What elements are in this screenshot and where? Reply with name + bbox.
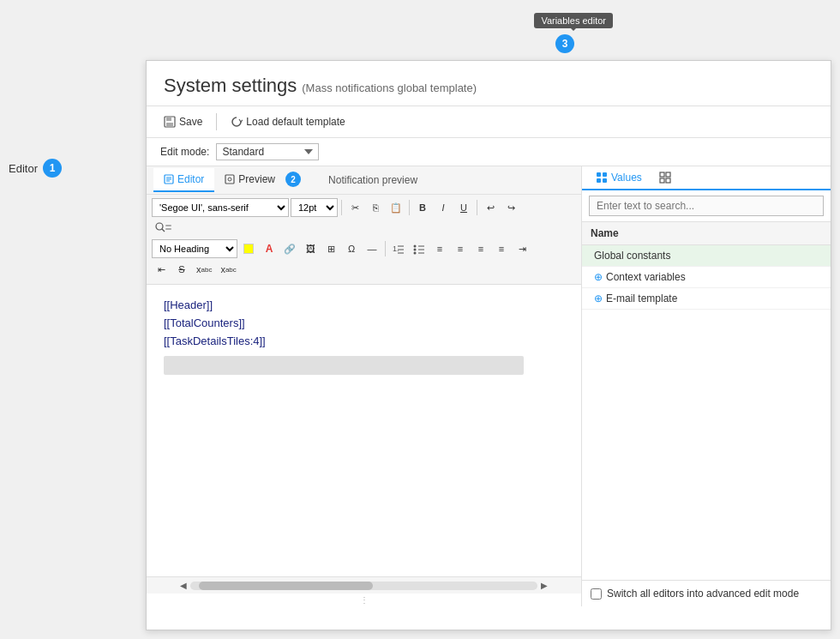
ol-icon: 1.	[393, 243, 405, 255]
underline-button[interactable]: U	[454, 198, 473, 217]
edit-mode-row: Edit mode: Standard Advanced	[147, 138, 831, 166]
tree-item-email-template[interactable]: ⊕ E-mail template	[582, 288, 831, 310]
badge-2: 2	[285, 172, 301, 187]
highlight-color-button[interactable]	[239, 239, 258, 258]
page-header: System settings (Mass notifications glob…	[147, 61, 831, 106]
editor-label-area: Editor 1	[9, 159, 62, 178]
rte-toolbar: 'Segoe UI', sans-serif 12pt ✂ ⎘ 📋 B	[147, 195, 581, 285]
tree-item-context-variables[interactable]: ⊕ Context variables	[582, 267, 831, 288]
tab-preview[interactable]: Preview 2	[214, 166, 311, 194]
svg-rect-2	[166, 117, 171, 121]
notification-preview-label: Notification preview	[328, 174, 417, 186]
align-right-button[interactable]: ≡	[471, 239, 490, 258]
align-center-button[interactable]: ≡	[451, 239, 470, 258]
rte-divider-4	[385, 241, 386, 256]
editor-content[interactable]: [[Header]] [[TotalCounters]] [[TaskDetai…	[147, 285, 581, 576]
save-icon	[164, 116, 176, 128]
resize-handle[interactable]: ⋮	[147, 594, 581, 606]
superscript-button[interactable]: xabc	[193, 260, 215, 279]
align-left-button[interactable]: ≡	[430, 239, 449, 258]
grid-icon	[659, 172, 671, 184]
editor-tab-icon	[164, 174, 174, 184]
rte-divider-1	[341, 200, 342, 215]
svg-point-9	[228, 178, 231, 181]
svg-rect-28	[660, 172, 664, 177]
strikethrough-button[interactable]: S	[172, 260, 191, 279]
rte-divider-2	[409, 200, 410, 215]
table-button[interactable]: ⊞	[321, 239, 340, 258]
advanced-edit-checkbox[interactable]	[591, 588, 602, 600]
rte-row-3: No Heading Heading 1 Heading 2 Heading 3…	[152, 239, 576, 258]
svg-line-11	[162, 229, 165, 232]
italic-button[interactable]: I	[434, 198, 453, 217]
scroll-right-arrow[interactable]: ▶	[537, 581, 551, 590]
vars-tree-header: Name	[582, 222, 831, 245]
template-line-2: [[TotalCounters]]	[164, 316, 564, 329]
load-icon	[231, 116, 243, 128]
page-subtitle: (Mass notifications global template)	[302, 81, 477, 94]
load-default-button[interactable]: Load default template	[227, 114, 348, 130]
horizontal-scrollbar[interactable]	[190, 582, 538, 590]
tab-editor[interactable]: Editor	[153, 168, 214, 192]
main-container: System settings (Mass notifications glob…	[146, 60, 831, 630]
align-justify-button[interactable]: ≡	[492, 239, 511, 258]
undo-button[interactable]: ↩	[481, 198, 500, 217]
ul-icon	[413, 243, 425, 255]
editor-panel: Editor Preview 2 Notification preview	[147, 166, 582, 606]
svg-rect-25	[603, 172, 607, 177]
svg-rect-3	[166, 123, 173, 126]
paste-button[interactable]: 📋	[387, 198, 405, 217]
hrule-button[interactable]: —	[363, 239, 381, 258]
ordered-list-button[interactable]: 1.	[389, 239, 408, 258]
edit-mode-label: Edit mode:	[160, 146, 209, 158]
variables-editor-tooltip: Variables editor	[534, 13, 613, 28]
edit-mode-select[interactable]: Standard Advanced	[216, 143, 319, 160]
font-color-button[interactable]: A	[260, 239, 279, 258]
rte-row-4: ⇤ S xabc xabc	[152, 260, 576, 279]
link-button[interactable]: 🔗	[280, 239, 299, 258]
rte-row-1: 'Segoe UI', sans-serif 12pt ✂ ⎘ 📋 B	[152, 198, 576, 217]
svg-rect-30	[660, 178, 664, 183]
vars-search-area	[582, 190, 831, 222]
bold-button[interactable]: B	[413, 198, 432, 217]
indent-button[interactable]: ⇥	[513, 239, 531, 258]
gray-placeholder-block	[164, 356, 524, 375]
editor-tabs-row: Editor Preview 2 Notification preview	[147, 166, 581, 195]
vars-tree: Global constants ⊕ Context variables ⊕ E…	[582, 245, 831, 580]
values-tab-label: Values	[611, 172, 642, 184]
vars-tabs: Values	[582, 166, 831, 190]
values-icon	[596, 172, 608, 184]
scroll-left-arrow[interactable]: ◀	[177, 581, 190, 590]
editor-text-label: Editor	[9, 162, 38, 175]
svg-point-10	[156, 223, 163, 230]
vars-tab-grid[interactable]	[651, 166, 680, 190]
global-constants-label: Global constants	[594, 250, 670, 262]
subscript-button[interactable]: xabc	[217, 260, 239, 279]
editor-scrollbar-area: ◀ ▶	[147, 576, 581, 594]
svg-point-18	[414, 245, 417, 248]
heading-select[interactable]: No Heading Heading 1 Heading 2 Heading 3	[152, 239, 237, 258]
find-replace-button[interactable]	[152, 219, 176, 238]
redo-button[interactable]: ↪	[501, 198, 520, 217]
image-button[interactable]: 🖼	[301, 239, 320, 258]
tree-item-global-constants[interactable]: Global constants	[582, 245, 831, 267]
vars-tab-values[interactable]: Values	[587, 166, 651, 190]
toolbar: Save Load default template	[147, 106, 831, 138]
copy-button[interactable]: ⎘	[366, 198, 385, 217]
content-split: Editor Preview 2 Notification preview	[147, 166, 831, 606]
svg-rect-29	[666, 172, 670, 177]
email-template-label: E-mail template	[606, 292, 677, 304]
font-family-select[interactable]: 'Segoe UI', sans-serif	[152, 198, 289, 217]
save-button[interactable]: Save	[160, 114, 206, 130]
expand-email-icon: ⊕	[594, 292, 603, 304]
find-icon	[155, 222, 172, 234]
unordered-list-button[interactable]	[410, 239, 429, 258]
font-size-select[interactable]: 12pt	[291, 198, 338, 217]
page-title: System settings	[164, 75, 297, 97]
special-char-button[interactable]: Ω	[342, 239, 361, 258]
vars-search-input[interactable]	[589, 196, 824, 216]
cut-button[interactable]: ✂	[345, 198, 364, 217]
outdent-button[interactable]: ⇤	[152, 260, 171, 279]
svg-rect-31	[666, 178, 670, 183]
preview-tab-icon	[225, 174, 235, 184]
